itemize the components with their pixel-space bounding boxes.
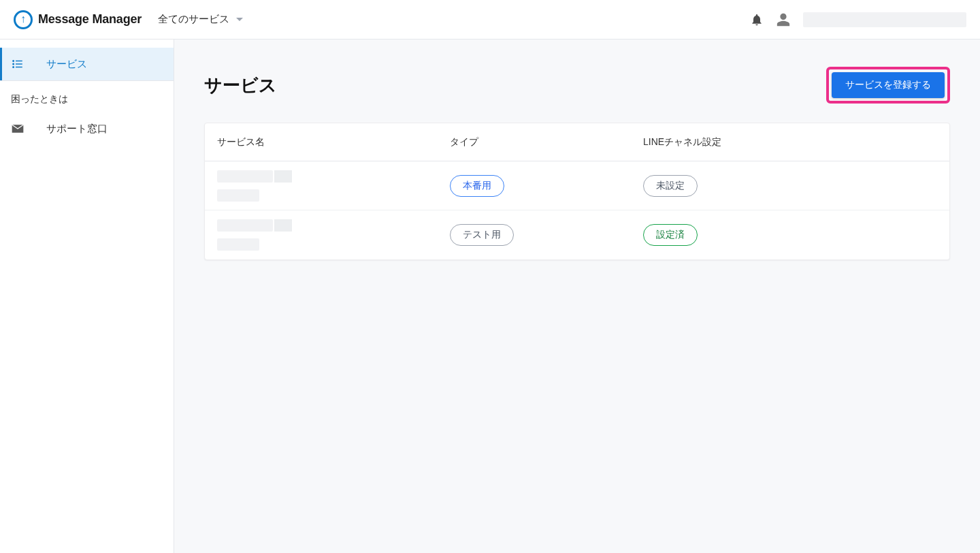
service-selector-label: 全てのサービス (158, 13, 229, 26)
service-selector[interactable]: 全てのサービス (158, 13, 243, 26)
sidebar-section-title: 困ったときは (0, 80, 174, 112)
svg-point-3 (13, 61, 14, 62)
type-pill: テスト用 (450, 224, 514, 246)
svg-point-5 (13, 67, 14, 68)
service-status-cell: 未設定 (643, 175, 937, 197)
type-pill: 本番用 (450, 175, 504, 197)
table-header-type: タイプ (450, 136, 643, 148)
service-status-cell: 設定済 (643, 224, 937, 246)
table-header-name: サービス名 (217, 136, 450, 148)
sidebar-item-services[interactable]: サービス (0, 48, 174, 80)
app-logo[interactable]: ↑ Message Manager (14, 10, 142, 29)
app-header: ↑ Message Manager 全てのサービス (0, 0, 980, 40)
logo-icon: ↑ (14, 10, 33, 29)
register-service-button[interactable]: サービスを登録する (832, 72, 945, 98)
table-row[interactable]: 本番用 未設定 (205, 161, 949, 210)
bell-icon[interactable] (750, 13, 764, 27)
highlight-annotation: サービスを登録する (826, 67, 950, 104)
list-icon (11, 58, 24, 70)
chevron-down-icon (236, 18, 243, 21)
sidebar-item-label: サービス (46, 58, 87, 71)
service-name-cell (217, 170, 450, 202)
user-name-redacted (803, 12, 966, 27)
services-table: サービス名 タイプ LINEチャネル設定 本番用 未設定 (204, 123, 950, 260)
sidebar-item-support[interactable]: サポート窓口 (0, 112, 174, 145)
avatar-icon[interactable] (776, 12, 791, 27)
status-pill: 設定済 (643, 224, 698, 246)
page-title: サービス (204, 74, 277, 97)
svg-point-4 (13, 63, 14, 65)
table-header-status: LINEチャネル設定 (643, 136, 937, 148)
sidebar: サービス 困ったときは サポート窓口 (0, 40, 174, 553)
app-name: Message Manager (38, 12, 142, 27)
service-type-cell: 本番用 (450, 175, 643, 197)
main-content: サービス サービスを登録する サービス名 タイプ LINEチャネル設定 (174, 40, 980, 553)
table-header-row: サービス名 タイプ LINEチャネル設定 (205, 123, 949, 161)
sidebar-item-label: サポート窓口 (46, 123, 108, 136)
status-pill: 未設定 (643, 175, 698, 197)
table-row[interactable]: テスト用 設定済 (205, 210, 949, 259)
service-type-cell: テスト用 (450, 224, 643, 246)
mail-icon (11, 123, 24, 134)
service-name-cell (217, 219, 450, 251)
